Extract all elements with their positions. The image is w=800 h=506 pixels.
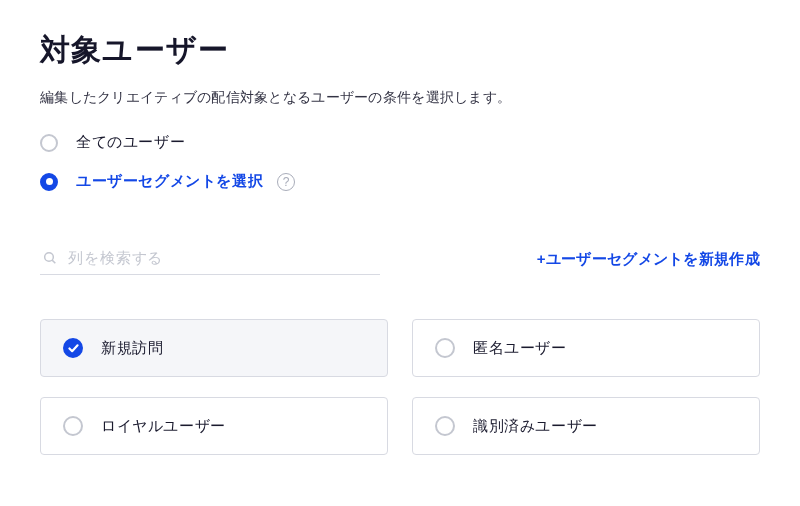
create-segment-link[interactable]: +ユーザーセグメントを新規作成 xyxy=(537,250,760,269)
svg-line-1 xyxy=(52,260,55,263)
segment-card-new-visit[interactable]: 新規訪問 xyxy=(40,319,388,377)
target-mode-radio-group: 全てのユーザー ユーザーセグメントを選択 ? xyxy=(40,133,760,191)
help-icon[interactable]: ? xyxy=(277,173,295,191)
radio-icon xyxy=(40,134,58,152)
segment-checkbox xyxy=(435,416,455,436)
radio-label: 全てのユーザー xyxy=(76,133,185,152)
radio-select-segment[interactable]: ユーザーセグメントを選択 ? xyxy=(40,172,760,191)
page-description: 編集したクリエイティブの配信対象となるユーザーの条件を選択します。 xyxy=(40,89,760,107)
radio-all-users[interactable]: 全てのユーザー xyxy=(40,133,760,152)
segment-checkbox xyxy=(63,416,83,436)
search-field-wrap xyxy=(40,243,380,275)
segment-label: ロイヤルユーザー xyxy=(101,417,226,436)
search-create-row: +ユーザーセグメントを新規作成 xyxy=(40,243,760,275)
segment-grid: 新規訪問 匿名ユーザー ロイヤルユーザー 識別済みユーザー xyxy=(40,319,760,455)
radio-icon xyxy=(40,173,58,191)
segment-card-anonymous[interactable]: 匿名ユーザー xyxy=(412,319,760,377)
radio-label: ユーザーセグメントを選択 xyxy=(76,172,263,191)
segment-label: 識別済みユーザー xyxy=(473,417,598,436)
segment-card-identified[interactable]: 識別済みユーザー xyxy=(412,397,760,455)
segment-label: 新規訪問 xyxy=(101,339,163,358)
segment-card-loyal[interactable]: ロイヤルユーザー xyxy=(40,397,388,455)
search-icon xyxy=(42,250,58,266)
segment-checkbox xyxy=(435,338,455,358)
search-input[interactable] xyxy=(68,249,378,266)
segment-label: 匿名ユーザー xyxy=(473,339,567,358)
check-icon xyxy=(68,344,79,353)
svg-point-0 xyxy=(45,252,54,261)
page-title: 対象ユーザー xyxy=(40,30,760,71)
segment-checkbox xyxy=(63,338,83,358)
